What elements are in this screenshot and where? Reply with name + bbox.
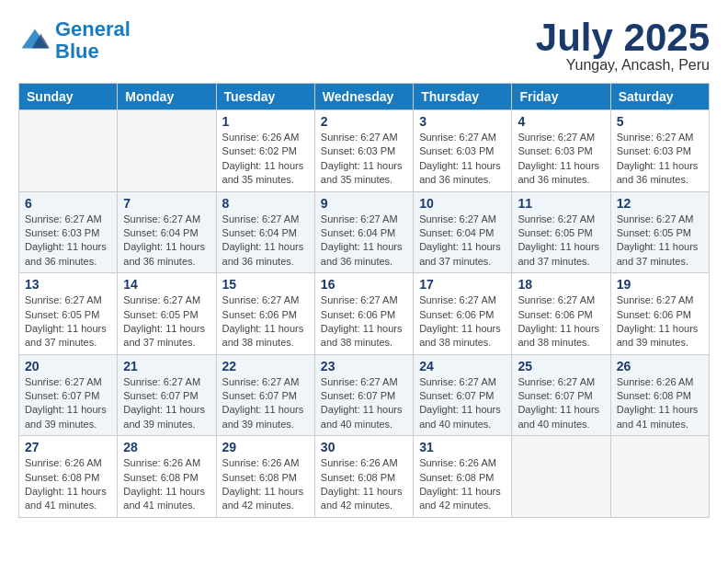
table-row: 24Sunrise: 6:27 AM Sunset: 6:07 PM Dayli… — [414, 354, 512, 436]
day-number: 30 — [321, 440, 407, 454]
day-info: Sunrise: 6:27 AM Sunset: 6:05 PM Dayligh… — [25, 293, 111, 350]
day-number: 21 — [123, 359, 210, 373]
location-subtitle: Yungay, Ancash, Peru — [536, 57, 710, 74]
day-info: Sunrise: 6:26 AM Sunset: 6:08 PM Dayligh… — [222, 456, 309, 513]
day-number: 2 — [321, 114, 407, 129]
calendar-week-row: 27Sunrise: 6:26 AM Sunset: 6:08 PM Dayli… — [19, 436, 710, 518]
table-row: 10Sunrise: 6:27 AM Sunset: 6:04 PM Dayli… — [414, 191, 512, 273]
day-number: 14 — [123, 277, 210, 292]
day-number: 18 — [518, 277, 604, 292]
calendar-header-row: Sunday Monday Tuesday Wednesday Thursday… — [19, 84, 710, 110]
day-number: 6 — [25, 196, 111, 211]
table-row: 30Sunrise: 6:26 AM Sunset: 6:08 PM Dayli… — [314, 436, 413, 518]
page-header: General Blue July 2025 Yungay, Ancash, P… — [18, 18, 710, 74]
table-row: 7Sunrise: 6:27 AM Sunset: 6:04 PM Daylig… — [118, 191, 216, 273]
day-info: Sunrise: 6:27 AM Sunset: 6:03 PM Dayligh… — [518, 131, 604, 188]
calendar-week-row: 1Sunrise: 6:26 AM Sunset: 6:02 PM Daylig… — [19, 110, 710, 192]
day-info: Sunrise: 6:27 AM Sunset: 6:06 PM Dayligh… — [419, 293, 506, 350]
day-info: Sunrise: 6:27 AM Sunset: 6:04 PM Dayligh… — [321, 213, 407, 270]
table-row: 8Sunrise: 6:27 AM Sunset: 6:04 PM Daylig… — [216, 191, 314, 273]
day-number: 22 — [222, 359, 309, 373]
table-row: 16Sunrise: 6:27 AM Sunset: 6:06 PM Dayli… — [314, 273, 413, 355]
table-row — [118, 110, 216, 192]
table-row: 11Sunrise: 6:27 AM Sunset: 6:05 PM Dayli… — [512, 191, 610, 273]
day-info: Sunrise: 6:26 AM Sunset: 6:02 PM Dayligh… — [222, 131, 309, 188]
col-friday: Friday — [512, 84, 610, 110]
table-row — [512, 436, 610, 518]
day-number: 29 — [222, 440, 309, 454]
table-row: 19Sunrise: 6:27 AM Sunset: 6:06 PM Dayli… — [610, 273, 709, 355]
day-info: Sunrise: 6:27 AM Sunset: 6:07 PM Dayligh… — [518, 375, 604, 432]
day-number: 16 — [321, 277, 407, 292]
day-number: 27 — [25, 440, 111, 454]
table-row: 18Sunrise: 6:27 AM Sunset: 6:06 PM Dayli… — [512, 273, 610, 355]
table-row: 5Sunrise: 6:27 AM Sunset: 6:03 PM Daylig… — [610, 110, 709, 192]
table-row: 22Sunrise: 6:27 AM Sunset: 6:07 PM Dayli… — [216, 354, 314, 436]
table-row: 12Sunrise: 6:27 AM Sunset: 6:05 PM Dayli… — [610, 191, 709, 273]
table-row — [610, 436, 709, 518]
table-row: 17Sunrise: 6:27 AM Sunset: 6:06 PM Dayli… — [414, 273, 512, 355]
table-row: 15Sunrise: 6:27 AM Sunset: 6:06 PM Dayli… — [216, 273, 314, 355]
day-info: Sunrise: 6:27 AM Sunset: 6:07 PM Dayligh… — [123, 375, 210, 432]
table-row: 25Sunrise: 6:27 AM Sunset: 6:07 PM Dayli… — [512, 354, 610, 436]
table-row: 20Sunrise: 6:27 AM Sunset: 6:07 PM Dayli… — [19, 354, 118, 436]
day-number: 13 — [25, 277, 111, 292]
calendar-week-row: 6Sunrise: 6:27 AM Sunset: 6:03 PM Daylig… — [19, 191, 710, 273]
table-row: 4Sunrise: 6:27 AM Sunset: 6:03 PM Daylig… — [512, 110, 610, 192]
day-info: Sunrise: 6:27 AM Sunset: 6:05 PM Dayligh… — [518, 213, 604, 270]
day-number: 5 — [617, 114, 703, 129]
day-info: Sunrise: 6:27 AM Sunset: 6:07 PM Dayligh… — [222, 375, 309, 432]
calendar-table: Sunday Monday Tuesday Wednesday Thursday… — [18, 83, 710, 518]
day-info: Sunrise: 6:27 AM Sunset: 6:03 PM Dayligh… — [617, 131, 703, 188]
day-number: 11 — [518, 196, 604, 211]
day-info: Sunrise: 6:27 AM Sunset: 6:04 PM Dayligh… — [222, 213, 309, 270]
table-row: 21Sunrise: 6:27 AM Sunset: 6:07 PM Dayli… — [118, 354, 216, 436]
table-row: 26Sunrise: 6:26 AM Sunset: 6:08 PM Dayli… — [610, 354, 709, 436]
day-number: 10 — [419, 196, 506, 211]
table-row: 6Sunrise: 6:27 AM Sunset: 6:03 PM Daylig… — [19, 191, 118, 273]
calendar-week-row: 20Sunrise: 6:27 AM Sunset: 6:07 PM Dayli… — [19, 354, 710, 436]
table-row: 1Sunrise: 6:26 AM Sunset: 6:02 PM Daylig… — [216, 110, 314, 192]
day-info: Sunrise: 6:26 AM Sunset: 6:08 PM Dayligh… — [617, 375, 703, 432]
table-row: 27Sunrise: 6:26 AM Sunset: 6:08 PM Dayli… — [19, 436, 118, 518]
table-row: 9Sunrise: 6:27 AM Sunset: 6:04 PM Daylig… — [314, 191, 413, 273]
day-info: Sunrise: 6:27 AM Sunset: 6:04 PM Dayligh… — [123, 213, 210, 270]
day-number: 24 — [419, 359, 506, 373]
day-info: Sunrise: 6:27 AM Sunset: 6:03 PM Dayligh… — [321, 131, 407, 188]
day-number: 25 — [518, 359, 604, 373]
col-thursday: Thursday — [414, 84, 512, 110]
table-row — [19, 110, 118, 192]
day-number: 19 — [617, 277, 703, 292]
day-number: 31 — [419, 440, 506, 454]
col-sunday: Sunday — [19, 84, 118, 110]
day-info: Sunrise: 6:27 AM Sunset: 6:07 PM Dayligh… — [419, 375, 506, 432]
day-number: 28 — [123, 440, 210, 454]
calendar-week-row: 13Sunrise: 6:27 AM Sunset: 6:05 PM Dayli… — [19, 273, 710, 355]
day-info: Sunrise: 6:27 AM Sunset: 6:05 PM Dayligh… — [123, 293, 210, 350]
day-number: 4 — [518, 114, 604, 129]
day-number: 3 — [419, 114, 506, 129]
title-block: July 2025 Yungay, Ancash, Peru — [536, 18, 710, 74]
day-number: 7 — [123, 196, 210, 211]
day-info: Sunrise: 6:27 AM Sunset: 6:04 PM Dayligh… — [419, 213, 506, 270]
logo: General Blue — [18, 18, 131, 63]
day-info: Sunrise: 6:27 AM Sunset: 6:05 PM Dayligh… — [617, 213, 703, 270]
table-row: 23Sunrise: 6:27 AM Sunset: 6:07 PM Dayli… — [314, 354, 413, 436]
col-monday: Monday — [118, 84, 216, 110]
table-row: 2Sunrise: 6:27 AM Sunset: 6:03 PM Daylig… — [314, 110, 413, 192]
day-number: 20 — [25, 359, 111, 373]
day-info: Sunrise: 6:27 AM Sunset: 6:06 PM Dayligh… — [222, 293, 309, 350]
table-row: 28Sunrise: 6:26 AM Sunset: 6:08 PM Dayli… — [118, 436, 216, 518]
day-info: Sunrise: 6:26 AM Sunset: 6:08 PM Dayligh… — [419, 456, 506, 513]
day-info: Sunrise: 6:26 AM Sunset: 6:08 PM Dayligh… — [25, 456, 111, 513]
day-number: 12 — [617, 196, 703, 211]
col-saturday: Saturday — [610, 84, 709, 110]
day-number: 8 — [222, 196, 309, 211]
day-info: Sunrise: 6:27 AM Sunset: 6:03 PM Dayligh… — [25, 213, 111, 270]
day-number: 17 — [419, 277, 506, 292]
day-number: 1 — [222, 114, 309, 129]
day-info: Sunrise: 6:26 AM Sunset: 6:08 PM Dayligh… — [123, 456, 210, 513]
day-number: 23 — [321, 359, 407, 373]
table-row: 14Sunrise: 6:27 AM Sunset: 6:05 PM Dayli… — [118, 273, 216, 355]
day-info: Sunrise: 6:26 AM Sunset: 6:08 PM Dayligh… — [321, 456, 407, 513]
